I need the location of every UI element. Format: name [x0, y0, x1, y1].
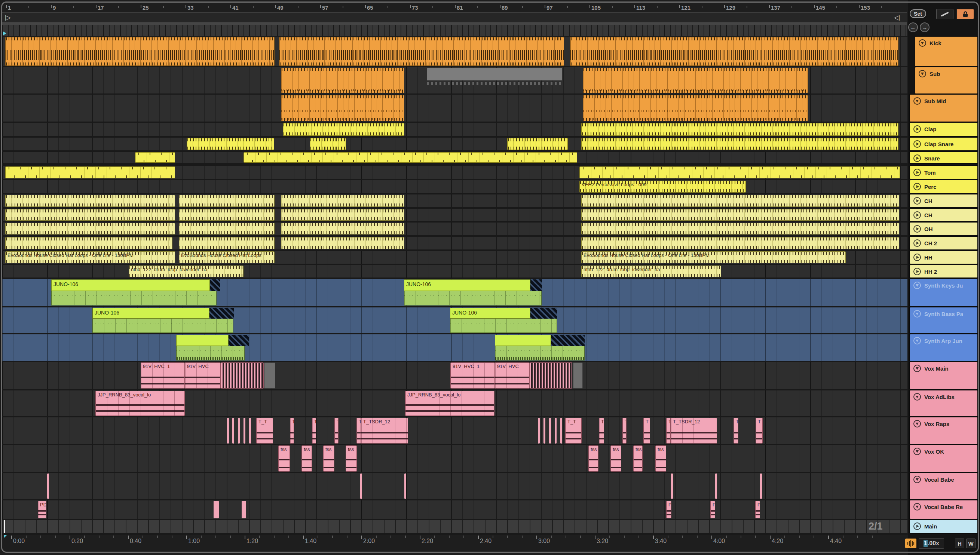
clip-t[interactable]: T [733, 418, 738, 444]
clip-sliver[interactable] [238, 418, 240, 444]
track-header-sub-mid[interactable]: Sub Mid [910, 95, 977, 122]
lane-ch-2-11[interactable] [2, 237, 908, 249]
track-header-vox-main[interactable]: Vox Main [910, 362, 977, 389]
lane-synth-bass-pa-15[interactable]: JUNO-106JUNO-106 [2, 307, 908, 333]
clip-p[interactable]: P [666, 501, 671, 518]
clip-clap[interactable] [507, 138, 568, 150]
bar-ruler[interactable]: 1917253341495765738189971051131211291371… [2, 2, 907, 12]
arrangement-start-marker-icon[interactable] [3, 31, 6, 35]
clip-juno[interactable] [495, 335, 585, 361]
clip-submid[interactable] [583, 95, 808, 121]
lane-hh-2-13[interactable]: nfnd_122_drum_loop_lowender_hanfnd_122_d… [2, 265, 908, 278]
clip-t[interactable]: T [312, 418, 316, 444]
clip-t-tsdr-12[interactable]: T_TSDR_12 [361, 418, 408, 444]
track-header-hh[interactable]: HH [910, 251, 977, 264]
clip-veh2-percussive-loops-009[interactable]: VEH2 Percussive Loops - 009 [579, 181, 746, 192]
lane-ch-9[interactable] [2, 209, 908, 221]
clip-p[interactable]: P [755, 501, 760, 518]
clip-kick[interactable] [570, 37, 898, 66]
lane-vocal-babe-21[interactable] [2, 473, 908, 499]
clip-ch[interactable] [581, 209, 899, 221]
unfold-triangle-icon[interactable] [913, 420, 921, 427]
unfold-triangle-icon[interactable] [913, 282, 921, 289]
unfold-triangle-icon[interactable] [919, 39, 926, 47]
follow-scroll-button[interactable] [905, 539, 916, 548]
loop-end-marker-icon[interactable]: ◁ [894, 13, 900, 22]
clip-91v-hvc-1[interactable]: 91V_HVC_1 [141, 363, 185, 388]
clip-grayblock[interactable] [573, 363, 583, 388]
track-header-hh-2[interactable]: HH 2 [910, 265, 977, 278]
clip-ch[interactable] [179, 237, 274, 249]
track-header-clap[interactable]: Clap [910, 123, 977, 136]
forward-button[interactable]: → [920, 22, 930, 32]
track-header-ch[interactable]: CH [910, 209, 977, 221]
lane-clap-snare-4[interactable] [2, 138, 908, 150]
clip-ch[interactable] [179, 223, 274, 234]
unfold-triangle-icon[interactable] [913, 337, 921, 345]
clip-clap[interactable] [283, 123, 404, 136]
lane-vox-raps-19[interactable]: T_TTTTTT_TSDR_12T_TTTTTT_TSDR_12TT [2, 417, 908, 444]
clip-stripes[interactable] [529, 363, 572, 388]
zoom-level[interactable]: 1.00x [919, 538, 944, 549]
track-header-synth-arp-jun[interactable]: Synth Arp Jun [910, 334, 977, 361]
clip-91v-hvc[interactable]: 91V_HVC [495, 363, 529, 388]
clip-t[interactable]: T [666, 418, 670, 444]
clip-ch[interactable] [281, 223, 404, 234]
clip-evosounds-house-closed-hat-loops[interactable]: EvoSounds House Closed Hat Loops [179, 251, 274, 263]
clip-juno-106[interactable]: JUNO-106 [450, 308, 557, 333]
track-header-clap-snare[interactable]: Clap Snare [910, 138, 977, 150]
clip-91v-hvc[interactable]: 91V_HVC [185, 363, 221, 388]
unfold-triangle-icon[interactable] [913, 448, 921, 455]
set-button[interactable]: Set [910, 10, 926, 18]
lane-tom-6[interactable] [2, 166, 908, 179]
lane-kick-0[interactable] [2, 37, 908, 66]
clip-sub[interactable] [583, 68, 808, 93]
play-triangle-icon[interactable] [913, 183, 921, 190]
clip-sliver[interactable] [538, 418, 540, 444]
clip-sub[interactable] [281, 68, 404, 93]
unfold-triangle-icon[interactable] [913, 365, 921, 372]
clip-grayblock[interactable] [264, 363, 275, 388]
clip-clap[interactable] [310, 138, 346, 150]
lane-synth-arp-jun-16[interactable] [2, 334, 908, 361]
clip-kick[interactable] [5, 37, 274, 66]
clip-t-t[interactable]: T_T [565, 418, 582, 444]
clip-fss[interactable]: fss [655, 446, 666, 472]
play-triangle-icon[interactable] [913, 253, 921, 261]
lane-perc-7[interactable]: VEH2 Percussive Loops - 009 [2, 180, 908, 193]
play-triangle-icon[interactable] [913, 197, 921, 205]
track-header-oh[interactable]: OH [910, 223, 977, 235]
lane-synth-keys-ju-14[interactable]: JUNO-106JUNO-106 [2, 279, 908, 306]
loop-start-marker-icon[interactable]: ▷ [5, 13, 11, 22]
play-triangle-icon[interactable] [913, 140, 921, 148]
clip-juno-106[interactable]: JUNO-106 [51, 279, 220, 306]
track-header-synth-keys-ju[interactable]: Synth Keys Ju [910, 279, 977, 306]
play-triangle-icon[interactable] [913, 268, 921, 275]
track-header-vox-adlibs[interactable]: Vox AdLibs [910, 390, 977, 416]
clip-clap[interactable] [581, 138, 898, 150]
clip-evosounds-house-closed-hat-loops-one-life-130bpm[interactable]: EvoSounds House Closed Hat Loops - One L… [581, 251, 846, 263]
clip-sliver[interactable] [560, 418, 562, 444]
clip-clap[interactable] [581, 123, 898, 136]
clip-sliver[interactable] [715, 473, 717, 499]
clip-t-tsdr-12[interactable]: T_TSDR_12 [670, 418, 717, 444]
lane-vocal-babe-re-22[interactable]: PDPPP [2, 500, 908, 519]
clip-jjp-rrnb-83-vocal-lo[interactable]: JJP_RRNB_83_vocal_lo [95, 391, 185, 416]
clip-sliver[interactable] [244, 418, 245, 444]
clip-fss[interactable]: fss [346, 446, 357, 472]
clip-nfnd-122-drum-loop-lowender-ha[interactable]: nfnd_122_drum_loop_lowender_ha [581, 266, 721, 277]
track-header-sub[interactable]: Sub [915, 67, 977, 93]
loop-brace-row[interactable]: ▷ ◁ [2, 12, 907, 23]
clip-sliver[interactable] [360, 473, 362, 499]
unfold-triangle-icon[interactable] [913, 476, 921, 483]
clip-ch[interactable] [281, 209, 404, 221]
time-ruler[interactable]: 0:000:200:401:001:201:402:002:202:403:00… [2, 535, 907, 550]
clip-sliver[interactable] [227, 418, 229, 444]
unfold-triangle-icon[interactable] [913, 310, 921, 318]
lane-ch-8[interactable] [2, 194, 908, 207]
clip-ch[interactable] [281, 237, 404, 249]
clip-fss[interactable]: fss [278, 446, 290, 472]
clip-stripes[interactable] [221, 363, 264, 388]
clip-ch[interactable] [5, 237, 172, 249]
unfold-triangle-icon[interactable] [913, 393, 921, 401]
